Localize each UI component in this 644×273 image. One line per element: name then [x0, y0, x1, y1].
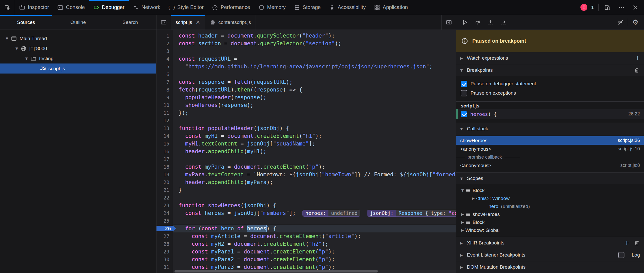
inline-variable-preview[interactable]: heroes:undefined [302, 210, 360, 217]
log-event-checkbox[interactable] [618, 252, 624, 258]
line-number[interactable]: 19 [156, 172, 173, 177]
tab-debugger[interactable]: Debugger [89, 0, 129, 15]
disable-breakpoints-button[interactable] [615, 17, 626, 28]
hscrollbar-thumb[interactable] [175, 270, 378, 272]
line-number[interactable]: 3 [156, 48, 173, 54]
line-number[interactable]: 22 [156, 195, 173, 201]
line-number[interactable]: 13 [156, 125, 173, 131]
scope-row[interactable]: ▶Block [456, 218, 644, 226]
scope-row[interactable]: ▶<this>: Window [456, 194, 644, 202]
scope-row[interactable]: ▼Block [456, 186, 644, 194]
call-stack-frame[interactable]: showHeroesscript.js:26 [456, 136, 644, 145]
twisty-icon[interactable]: ▶ [460, 212, 465, 216]
scope-row[interactable]: ▶showHeroes [456, 210, 644, 218]
checkbox[interactable] [461, 81, 467, 87]
tab-inspector[interactable]: Inspector [15, 0, 53, 15]
tab-performance[interactable]: Performance [208, 0, 254, 15]
responsive-design-mode-button[interactable] [602, 2, 613, 13]
editor-hscrollbar[interactable] [173, 270, 456, 273]
line-number[interactable]: 31 [156, 264, 173, 270]
close-devtools-button[interactable] [630, 2, 640, 13]
line-number[interactable]: 23 [156, 203, 173, 208]
line-number[interactable]: 6 [156, 71, 173, 77]
breakpoint-entry[interactable]: heroes) {26:22 [456, 109, 644, 119]
remove-breakpoints-button[interactable] [634, 67, 640, 73]
call-stack-frame[interactable]: <anonymous>script.js:8 [456, 161, 644, 170]
meatball-menu-button[interactable] [616, 2, 626, 13]
tree-item-main-thread[interactable]: ▼Main Thread [0, 33, 156, 43]
line-number[interactable]: 5 [156, 64, 173, 69]
step-out-button[interactable] [498, 17, 509, 28]
tree-item-script-js[interactable]: JSscript.js [0, 63, 156, 74]
chevron-icon[interactable]: ▼ [460, 68, 465, 72]
chevron-icon[interactable]: ▶ [460, 56, 465, 60]
twisty-icon[interactable]: ▶ [471, 196, 476, 200]
line-number[interactable]: 15 [156, 141, 173, 147]
source-tab-scriptjs[interactable]: script.js ✕ [171, 15, 205, 30]
chevron-icon[interactable]: ▶ [460, 241, 465, 245]
collapse-sources-panel-button[interactable] [156, 15, 171, 30]
scope-row[interactable]: hero: (uninitialized) [456, 202, 644, 210]
inline-variable-preview[interactable]: jsonObj:Response { type: "co [367, 210, 456, 217]
twisty-icon[interactable]: ▼ [4, 37, 10, 40]
scope-row[interactable]: ▶Window: Global [456, 226, 644, 234]
source-tab-contentscriptjs[interactable]: contentscript.js [205, 15, 256, 30]
line-number[interactable]: 2 [156, 41, 173, 46]
section-watch-expressions[interactable]: ▶ Watch expressions + [456, 52, 644, 64]
error-badge-icon[interactable]: ! [580, 4, 587, 11]
line-number[interactable]: 4 [156, 56, 173, 62]
resume-button[interactable] [459, 17, 471, 28]
tab-storage[interactable]: Storage [290, 0, 325, 15]
chevron-icon[interactable]: ▼ [460, 127, 465, 131]
section-scopes[interactable]: ▼ Scopes [456, 172, 644, 184]
section-event-listener-breakpoints[interactable]: ▶ Event Listener Breakpoints Log [456, 249, 644, 261]
section-dom-mutation-breakpoints[interactable]: ▶ DOM Mutation Breakpoints [456, 261, 644, 273]
chevron-icon[interactable]: ▶ [460, 265, 465, 269]
line-number[interactable]: 18 [156, 164, 173, 170]
call-stack-frame[interactable]: <anonymous>script.js:10 [456, 145, 644, 153]
line-number[interactable]: 8 [156, 87, 173, 93]
tab-console[interactable]: Console [53, 0, 89, 15]
chevron-icon[interactable]: ▶ [460, 253, 465, 257]
line-number[interactable]: 25 [156, 218, 173, 224]
line-number[interactable]: 29 [156, 249, 173, 254]
chevron-icon[interactable]: ▼ [460, 177, 465, 180]
line-number[interactable]: 27 [156, 233, 173, 239]
tab-memory[interactable]: Memory [254, 0, 290, 15]
section-call-stack[interactable]: ▼ Call stack [456, 123, 644, 135]
tree-item--8000[interactable]: ▼[::]:8000 [0, 43, 156, 53]
twisty-icon[interactable]: ▼ [14, 47, 20, 50]
line-number[interactable]: 20 [156, 179, 173, 185]
tree-item-testing[interactable]: ▼testing [0, 53, 156, 63]
twisty-icon[interactable]: ▶ [460, 228, 465, 232]
tab-accessibility[interactable]: Accessibility [325, 0, 370, 15]
step-over-button[interactable] [472, 17, 483, 28]
panel-tab-sources[interactable]: Sources [0, 15, 52, 30]
line-number[interactable]: 24 [156, 210, 173, 216]
expand-right-panel-button[interactable] [441, 15, 456, 30]
line-number[interactable]: 28 [156, 241, 173, 247]
close-tab-icon[interactable]: ✕ [196, 19, 200, 25]
tab-style-editor[interactable]: { }Style Editor [164, 0, 208, 15]
line-number[interactable]: 16 [156, 149, 173, 154]
twisty-icon[interactable]: ▼ [460, 188, 465, 192]
line-number[interactable]: 17 [156, 156, 173, 162]
section-xhr-breakpoints[interactable]: ▶ XHR Breakpoints + [456, 237, 644, 249]
breakpoint-checkbox[interactable] [461, 111, 467, 117]
twisty-icon[interactable]: ▼ [24, 57, 29, 60]
line-number[interactable]: 7 [156, 79, 173, 85]
add-xhr-breakpoint-button[interactable]: + [624, 239, 629, 247]
panel-tab-search[interactable]: Search [104, 15, 156, 30]
line-number[interactable]: 11 [156, 110, 173, 116]
line-number[interactable]: 14 [156, 133, 173, 139]
line-number[interactable]: 12 [156, 118, 173, 123]
twisty-icon[interactable]: ▶ [460, 220, 465, 224]
code-editor[interactable]: 1const header = document.querySelector("… [156, 30, 456, 273]
checkbox[interactable] [461, 90, 467, 96]
add-watch-expression-button[interactable]: + [635, 54, 640, 62]
line-number[interactable]: 9 [156, 95, 173, 100]
tab-application[interactable]: Application [370, 0, 412, 15]
panel-tab-outline[interactable]: Outline [52, 15, 104, 30]
section-breakpoints[interactable]: ▼ Breakpoints [456, 64, 644, 76]
node-picker-button[interactable] [0, 0, 15, 15]
